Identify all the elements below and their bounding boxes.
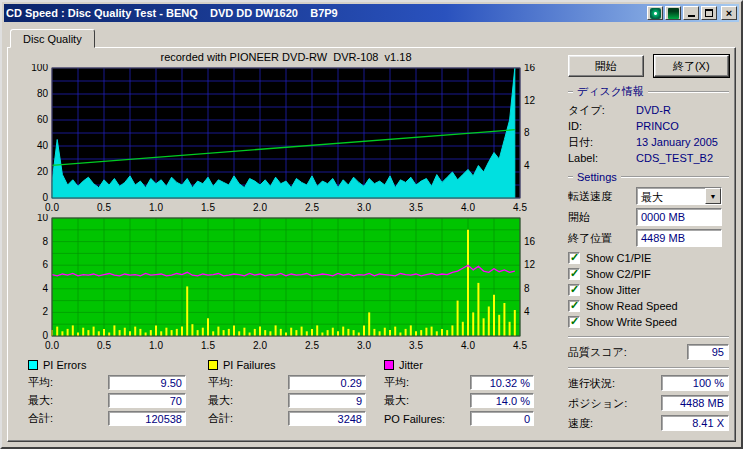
svg-text:12: 12 (524, 259, 536, 270)
close-button[interactable]: × (721, 6, 737, 20)
show-jitter-checkbox[interactable] (568, 284, 580, 296)
pi-errors-average-value: 9.50 (108, 375, 186, 390)
speed-select-value: 最大 (637, 188, 705, 204)
jitter-legend: Jitter (399, 359, 423, 371)
svg-text:60: 60 (37, 114, 49, 125)
svg-text:4.5: 4.5 (513, 340, 527, 351)
date-value: 13 January 2005 (636, 136, 718, 148)
maximum-label: 最大: (384, 393, 409, 408)
speed-select[interactable]: 最大 ▼ (636, 187, 722, 205)
speed-label: 速度: (568, 416, 593, 431)
svg-text:2: 2 (42, 306, 48, 317)
start-position-label: 開始 (568, 210, 636, 225)
show-write-speed-label: Show Write Speed (586, 316, 677, 328)
svg-text:2.5: 2.5 (305, 202, 319, 213)
chart-icon-button[interactable] (647, 6, 663, 20)
svg-text:3.0: 3.0 (357, 202, 371, 213)
end-position-input[interactable]: 4489 MB (636, 229, 722, 247)
window-title: CD Speed : Disc Quality Test - BENQ DVD … (6, 7, 645, 19)
pi-errors-total-value: 120538 (108, 411, 186, 426)
show-c2pif-checkbox[interactable] (568, 268, 580, 280)
separator (568, 336, 729, 338)
pi-failures-total-value: 3248 (288, 411, 366, 426)
show-c2pif-label: Show C2/PIF (586, 268, 651, 280)
jitter-swatch (384, 360, 394, 370)
pi-failures-legend: PI Failures (223, 359, 276, 371)
date-label: 日付: (568, 135, 636, 150)
svg-text:3.5: 3.5 (409, 340, 423, 351)
id-value: PRINCO (636, 120, 679, 132)
svg-text:3.5: 3.5 (409, 202, 423, 213)
type-value: DVD-R (636, 104, 671, 116)
total-label: 合計: (28, 411, 53, 426)
drive-icon-button[interactable] (665, 6, 681, 20)
exit-button[interactable]: 終了(X) (654, 55, 730, 77)
disc-info-header: ディスク情報 (568, 85, 729, 98)
svg-text:4.5: 4.5 (513, 202, 527, 213)
quality-score-label: 品質スコア: (568, 345, 627, 360)
pi-errors-group: PI Errors 平均:9.50 最大:70 合計:120538 (28, 358, 208, 426)
maximum-label: 最大: (28, 393, 53, 408)
app-window: CD Speed : Disc Quality Test - BENQ DVD … (0, 0, 743, 449)
titlebar[interactable]: CD Speed : Disc Quality Test - BENQ DVD … (4, 4, 739, 22)
drive-icon (668, 8, 679, 19)
statistics-row: PI Errors 平均:9.50 最大:70 合計:120538 PI Fai… (12, 358, 558, 426)
id-label: ID: (568, 120, 636, 132)
show-write-speed-checkbox[interactable] (568, 316, 580, 328)
pi-failures-group: PI Failures 平均:0.29 最大:9 合計:3248 (208, 358, 384, 426)
pif-jitter-chart: 02468104812160.00.51.01.52.02.53.03.54.0… (12, 214, 555, 352)
show-c1pie-checkbox[interactable] (568, 252, 580, 264)
label-label: Label: (568, 152, 636, 164)
svg-text:1.5: 1.5 (201, 340, 215, 351)
svg-text:2.5: 2.5 (305, 340, 319, 351)
show-read-speed-label: Show Read Speed (586, 300, 678, 312)
pi-errors-legend: PI Errors (43, 359, 86, 371)
progress-value: 100 % (661, 375, 729, 391)
start-position-input[interactable]: 0000 MB (636, 208, 722, 226)
svg-text:8: 8 (524, 127, 530, 138)
svg-text:8: 8 (42, 236, 48, 247)
chevron-down-icon[interactable]: ▼ (705, 188, 721, 204)
svg-text:2.0: 2.0 (253, 202, 267, 213)
svg-text:1.0: 1.0 (149, 202, 163, 213)
client-area: Disc Quality recorded with PIONEER DVD-R… (4, 22, 739, 445)
svg-text:20: 20 (37, 166, 49, 177)
position-value: 4488 MB (661, 395, 729, 411)
po-failures-value: 0 (470, 411, 534, 426)
svg-text:4.0: 4.0 (461, 340, 475, 351)
maximize-icon (705, 9, 713, 17)
side-panel: 開始 終了(X) ディスク情報 タイプ:DVD-R ID:PRINCO 日付:1… (558, 51, 733, 437)
maximize-button[interactable] (701, 6, 717, 20)
svg-text:80: 80 (37, 88, 49, 99)
svg-text:0.5: 0.5 (97, 340, 111, 351)
svg-text:4: 4 (524, 160, 530, 171)
pi-errors-swatch (28, 360, 38, 370)
jitter-maximum-value: 14.0 % (470, 393, 534, 408)
label-value: CDS_TEST_B2 (636, 152, 713, 164)
svg-text:0.0: 0.0 (45, 202, 59, 213)
svg-text:40: 40 (37, 140, 49, 151)
svg-text:16: 16 (524, 64, 536, 73)
progress-label: 進行状況: (568, 376, 615, 391)
svg-text:8: 8 (524, 283, 530, 294)
svg-text:4: 4 (42, 283, 48, 294)
disc-info-title: ディスク情報 (577, 84, 644, 99)
settings-header: Settings (568, 170, 729, 183)
show-read-speed-checkbox[interactable] (568, 300, 580, 312)
svg-text:0.0: 0.0 (45, 340, 59, 351)
start-button[interactable]: 開始 (568, 55, 644, 77)
svg-text:6: 6 (42, 259, 48, 270)
show-jitter-label: Show Jitter (586, 284, 640, 296)
svg-text:1.0: 1.0 (149, 340, 163, 351)
po-failures-label: PO Failures: (384, 413, 445, 425)
position-label: ポジション: (568, 396, 627, 411)
tab-disc-quality[interactable]: Disc Quality (10, 29, 95, 48)
tabpage-disc-quality: recorded with PIONEER DVD-RW DVR-108 v1.… (7, 47, 736, 442)
speed-value: 8.41 X (661, 415, 729, 431)
minimize-button[interactable] (683, 6, 699, 20)
end-position-label: 終了位置 (568, 231, 636, 246)
pi-failures-swatch (208, 360, 218, 370)
pie-write-speed-chart: 0204060801004812160.00.51.01.52.02.53.03… (12, 64, 555, 214)
svg-text:4.0: 4.0 (461, 202, 475, 213)
average-label: 平均: (208, 375, 233, 390)
